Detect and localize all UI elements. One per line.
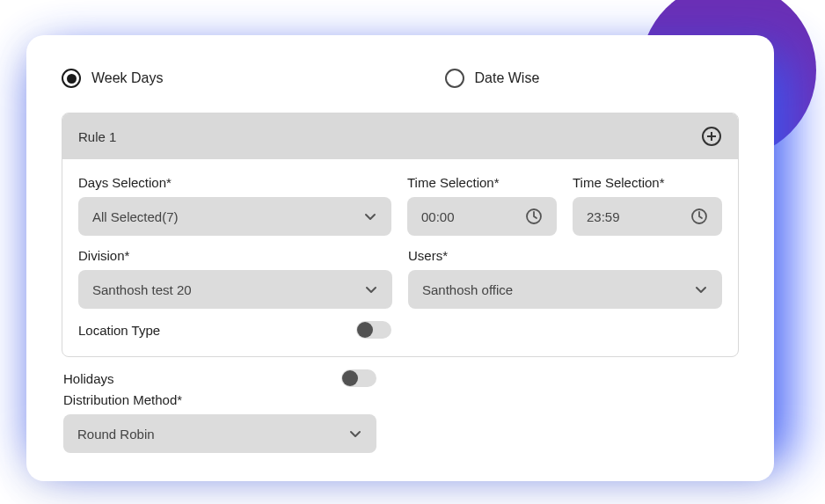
chevron-down-icon <box>694 282 708 296</box>
chevron-down-icon <box>364 282 378 296</box>
location-type-label: Location Type <box>78 323 160 338</box>
distribution-method-field: Distribution Method* Round Robin <box>63 392 376 453</box>
holidays-toggle[interactable] <box>341 369 376 387</box>
radio-week-days[interactable]: Week Days <box>62 69 164 88</box>
rule-body: Days Selection* All Selected(7) Time Sel… <box>62 159 738 356</box>
division-value: Santhosh test 20 <box>92 282 192 297</box>
days-selection-value: All Selected(7) <box>92 209 179 224</box>
time-end-value: 23:59 <box>587 209 620 224</box>
location-type-row: Location Type <box>78 321 391 339</box>
chevron-down-icon <box>348 427 362 441</box>
users-label: Users* <box>408 248 722 263</box>
rule-container: Rule 1 Days Selection* All Selected(7) <box>62 113 739 357</box>
time-start-value: 00:00 <box>421 209 455 224</box>
add-rule-button[interactable] <box>701 126 722 147</box>
clock-icon <box>525 208 543 225</box>
holidays-row: Holidays <box>63 369 376 387</box>
time-end-input[interactable]: 23:59 <box>573 197 722 236</box>
mode-radio-group: Week Days Date Wise <box>62 69 739 88</box>
division-label: Division* <box>78 248 392 263</box>
distribution-method-dropdown[interactable]: Round Robin <box>63 414 376 453</box>
outer-settings: Holidays Distribution Method* Round Robi… <box>62 369 739 453</box>
division-field: Division* Santhosh test 20 <box>78 248 392 309</box>
settings-card: Week Days Date Wise Rule 1 Days Selectio… <box>26 35 774 481</box>
clock-icon <box>690 208 708 225</box>
division-dropdown[interactable]: Santhosh test 20 <box>78 270 392 309</box>
time-start-field: Time Selection* 00:00 <box>407 175 557 236</box>
chevron-down-icon <box>363 209 377 223</box>
location-type-toggle[interactable] <box>356 321 391 339</box>
days-selection-field: Days Selection* All Selected(7) <box>78 175 391 236</box>
rule-header: Rule 1 <box>62 113 738 159</box>
radio-week-days-label: Week Days <box>91 70 164 86</box>
toggle-knob <box>342 370 358 386</box>
users-dropdown[interactable]: Santhosh office <box>408 270 722 309</box>
days-selection-dropdown[interactable]: All Selected(7) <box>78 197 391 236</box>
days-selection-label: Days Selection* <box>78 175 391 190</box>
time-start-input[interactable]: 00:00 <box>407 197 557 236</box>
users-field: Users* Santhosh office <box>408 248 722 309</box>
radio-date-wise-label: Date Wise <box>475 70 540 86</box>
radio-date-wise[interactable]: Date Wise <box>445 69 540 88</box>
rule-title: Rule 1 <box>78 129 116 144</box>
time-start-label: Time Selection* <box>407 175 557 190</box>
toggle-knob <box>357 322 373 338</box>
time-end-field: Time Selection* 23:59 <box>573 175 722 236</box>
holidays-label: Holidays <box>63 371 114 386</box>
distribution-method-label: Distribution Method* <box>63 392 376 407</box>
radio-selected-icon <box>62 69 81 88</box>
time-end-label: Time Selection* <box>573 175 722 190</box>
users-value: Santhosh office <box>422 282 513 297</box>
radio-unselected-icon <box>445 69 464 88</box>
distribution-method-value: Round Robin <box>77 427 155 442</box>
